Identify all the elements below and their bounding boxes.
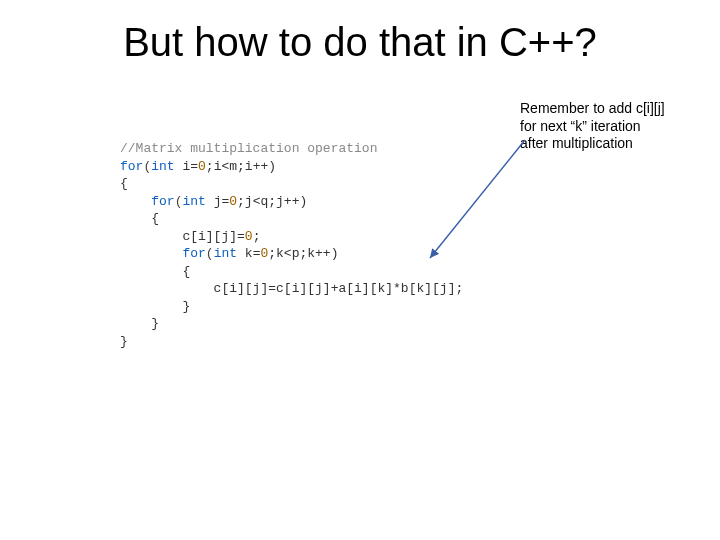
code-text: } <box>120 316 159 331</box>
code-text: { <box>120 264 190 279</box>
code-text: ;j<q;j++) <box>237 194 307 209</box>
page-title: But how to do that in C++? <box>0 20 720 65</box>
code-block: //Matrix multiplication operation for(in… <box>120 140 463 351</box>
code-text: j= <box>206 194 229 209</box>
kw-for-2: for <box>151 194 174 209</box>
code-text: ; <box>253 229 261 244</box>
kw-int-3: int <box>214 246 237 261</box>
code-text: } <box>120 334 128 349</box>
code-text: k= <box>237 246 260 261</box>
punct: ( <box>206 246 214 261</box>
code-text: } <box>120 299 190 314</box>
code-text: c[i][j]= <box>120 229 245 244</box>
annotation-line-3: after multiplication <box>520 135 710 153</box>
code-text: { <box>120 176 128 191</box>
indent <box>120 246 182 261</box>
code-text: ;i<m;i++) <box>206 159 276 174</box>
kw-int-2: int <box>182 194 205 209</box>
kw-for-1: for <box>120 159 143 174</box>
slide: But how to do that in C++? Remember to a… <box>0 0 720 540</box>
annotation-line-2: for next “k” iteration <box>520 118 710 136</box>
annotation-callout: Remember to add c[i][j] for next “k” ite… <box>520 100 710 153</box>
code-text: c[i][j]=c[i][j]+a[i][k]*b[k][j]; <box>120 281 463 296</box>
code-text: { <box>120 211 159 226</box>
num: 0 <box>229 194 237 209</box>
code-text: i= <box>175 159 198 174</box>
code-text: ;k<p;k++) <box>268 246 338 261</box>
kw-int-1: int <box>151 159 174 174</box>
num: 0 <box>245 229 253 244</box>
annotation-line-1: Remember to add c[i][j] <box>520 100 710 118</box>
kw-for-3: for <box>182 246 205 261</box>
indent <box>120 194 151 209</box>
code-comment: //Matrix multiplication operation <box>120 141 377 156</box>
num: 0 <box>198 159 206 174</box>
